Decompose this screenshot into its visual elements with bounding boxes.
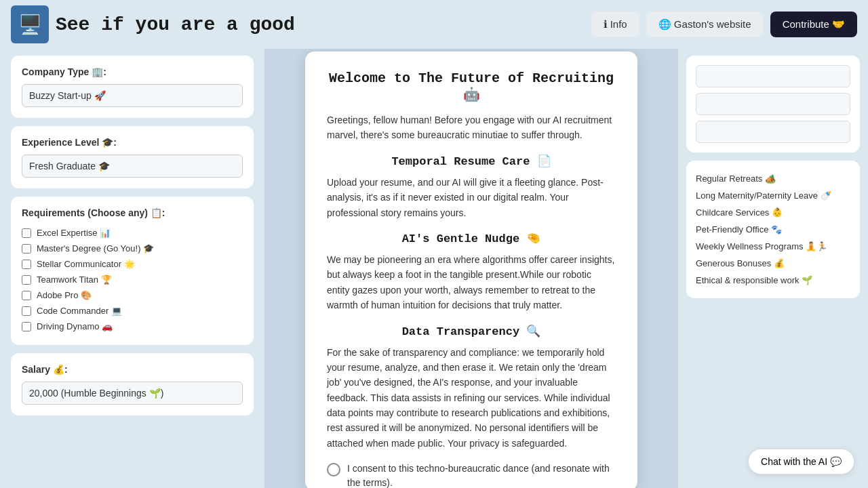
header: 🖥️ See if you are a good ℹ Info 🌐 Gaston… bbox=[0, 0, 868, 49]
requirement-checkbox[interactable] bbox=[22, 275, 31, 285]
perk-item: Weekly Wellness Programs 🧘🏃 bbox=[696, 238, 850, 255]
main-layout: Company Type 🏢: Buzzy Start-up 🚀 Experie… bbox=[0, 49, 868, 488]
requirements-label: Requirements (Choose any) 📋: bbox=[22, 207, 243, 218]
company-type-select[interactable]: Buzzy Start-up 🚀 bbox=[22, 84, 243, 107]
app-title: See if you are a good bbox=[56, 14, 295, 35]
requirement-item: Code Commander 💻 bbox=[22, 303, 243, 319]
section1-text: Upload your resume, and our AI will give… bbox=[327, 175, 616, 220]
modal-overlay: Welcome to The Future of Recruiting 🤖 Gr… bbox=[264, 49, 678, 488]
requirement-label: Teamwork Titan 🏆 bbox=[37, 274, 112, 285]
requirements-card: Requirements (Choose any) 📋: Excel Exper… bbox=[11, 197, 254, 345]
right-input-3[interactable] bbox=[696, 121, 850, 143]
chat-button[interactable]: Chat with the AI 💬 bbox=[748, 449, 854, 474]
perks-card: Regular Retreats 🏕️Long Maternity/Patern… bbox=[686, 161, 860, 298]
section3-title: Data Transparency 🔍 bbox=[327, 324, 616, 338]
info-button[interactable]: ℹ Info bbox=[591, 12, 639, 37]
requirement-checkbox[interactable] bbox=[22, 291, 31, 300]
right-inputs-card bbox=[686, 56, 860, 152]
requirement-label: Code Commander 💻 bbox=[37, 306, 122, 316]
perk-item: Pet-Friendly Office 🐾 bbox=[696, 221, 850, 238]
right-input-1[interactable] bbox=[696, 65, 850, 87]
perk-item: Childcare Services 👶 bbox=[696, 204, 850, 221]
requirement-checkbox[interactable] bbox=[22, 228, 31, 238]
requirement-label: Driving Dynamo 🚗 bbox=[37, 321, 113, 331]
modal-title: Welcome to The Future of Recruiting 🤖 bbox=[327, 70, 616, 103]
consent-checkbox[interactable] bbox=[327, 463, 340, 476]
requirement-item: Adobe Pro 🎨 bbox=[22, 287, 243, 303]
section2-text: We may be pioneering an era where algori… bbox=[327, 252, 616, 313]
requirement-checkbox[interactable] bbox=[22, 322, 31, 331]
logo-icon: 🖥️ bbox=[11, 5, 49, 43]
experience-level-select[interactable]: Fresh Graduate 🎓 bbox=[22, 155, 243, 178]
gaston-website-button[interactable]: 🌐 Gaston's website bbox=[646, 12, 764, 37]
requirement-checkbox[interactable] bbox=[22, 306, 31, 316]
center-area: Welcome to The Future of Recruiting 🤖 Gr… bbox=[264, 49, 678, 488]
requirements-list: Excel Expertise 📊Master's Degree (Go You… bbox=[22, 225, 243, 334]
perk-item: Long Maternity/Paternity Leave 🍼 bbox=[696, 187, 850, 204]
modal-intro: Greetings, fellow human! Before you enga… bbox=[327, 113, 616, 143]
requirement-item: Teamwork Titan 🏆 bbox=[22, 272, 243, 287]
requirement-checkbox[interactable] bbox=[22, 244, 31, 253]
requirement-label: Adobe Pro 🎨 bbox=[37, 290, 92, 300]
consent-row: I consent to this techno-bureaucratic da… bbox=[327, 462, 616, 488]
requirement-item: Master's Degree (Go You!) 🎓 bbox=[22, 241, 243, 256]
company-type-card: Company Type 🏢: Buzzy Start-up 🚀 bbox=[11, 56, 254, 118]
requirement-label: Stellar Communicator 🌟 bbox=[37, 259, 135, 269]
requirement-item: Stellar Communicator 🌟 bbox=[22, 256, 243, 272]
contribute-button[interactable]: Contribute 🤝 bbox=[770, 12, 857, 37]
perk-item: Ethical & responsible work 🌱 bbox=[696, 272, 850, 289]
header-buttons: ℹ Info 🌐 Gaston's website Contribute 🤝 bbox=[591, 12, 857, 37]
consent-text: I consent to this techno-bureaucratic da… bbox=[347, 462, 616, 488]
left-sidebar: Company Type 🏢: Buzzy Start-up 🚀 Experie… bbox=[0, 49, 264, 488]
perk-item: Regular Retreats 🏕️ bbox=[696, 170, 850, 187]
right-input-2[interactable] bbox=[696, 93, 850, 115]
right-sidebar: Regular Retreats 🏕️Long Maternity/Patern… bbox=[678, 49, 868, 488]
company-type-label: Company Type 🏢: bbox=[22, 66, 243, 77]
requirement-label: Master's Degree (Go You!) 🎓 bbox=[37, 243, 154, 253]
logo-area: 🖥️ See if you are a good bbox=[11, 5, 295, 43]
section3-text: For the sake of transparency and complia… bbox=[327, 345, 616, 451]
section1-title: Temporal Resume Care 📄 bbox=[327, 154, 616, 168]
section2-title: AI's Gentle Nudge 🤏 bbox=[327, 231, 616, 245]
perk-item: Generous Bonuses 💰 bbox=[696, 255, 850, 272]
requirement-item: Excel Expertise 📊 bbox=[22, 225, 243, 241]
salary-card: Salary 💰: 20,000 (Humble Beginnings 🌱) bbox=[11, 353, 254, 415]
perks-list: Regular Retreats 🏕️Long Maternity/Patern… bbox=[696, 170, 850, 289]
experience-level-label: Experience Level 🎓: bbox=[22, 137, 243, 148]
requirement-item: Driving Dynamo 🚗 bbox=[22, 319, 243, 334]
experience-level-card: Experience Level 🎓: Fresh Graduate 🎓 bbox=[11, 126, 254, 188]
salary-label: Salary 💰: bbox=[22, 364, 243, 375]
requirement-label: Excel Expertise 📊 bbox=[37, 228, 111, 238]
modal-box: Welcome to The Future of Recruiting 🤖 Gr… bbox=[305, 52, 637, 488]
requirement-checkbox[interactable] bbox=[22, 260, 31, 269]
salary-select[interactable]: 20,000 (Humble Beginnings 🌱) bbox=[22, 382, 243, 405]
